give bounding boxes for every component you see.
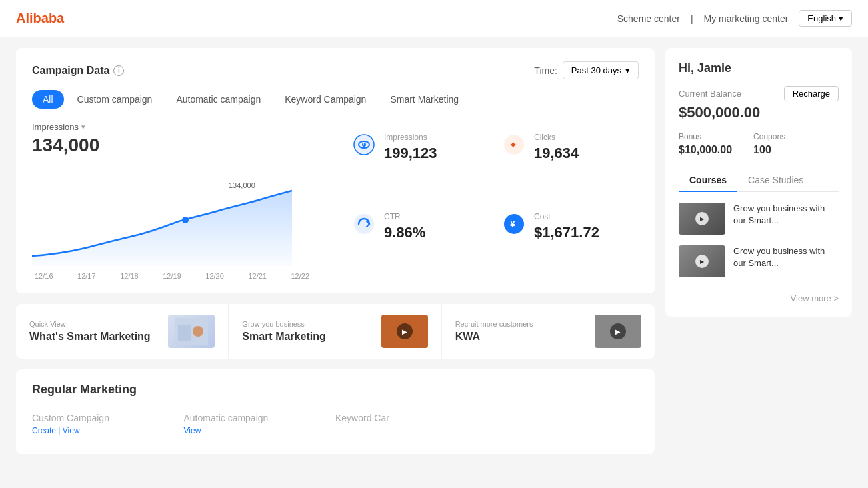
stat-clicks: ✦ Clicks 19,634 xyxy=(489,122,639,201)
quick-thumb-2: ▶ xyxy=(381,315,428,348)
regular-auto-links[interactable]: View xyxy=(184,426,336,435)
svg-rect-13 xyxy=(178,325,191,341)
course-play-icon-2: ▶ xyxy=(695,255,709,268)
regular-marketing-title: Regular Marketing xyxy=(32,383,639,397)
clicks-value: 19,634 xyxy=(534,145,625,162)
regular-item-custom: Custom Campaign Create | View xyxy=(32,407,184,441)
regular-marketing-section: Regular Marketing Custom Campaign Create… xyxy=(16,369,655,454)
course-text-2: Grow you business with our Smart... xyxy=(733,245,839,277)
quick-view-label-2: Grow you business xyxy=(242,320,325,328)
regular-item-auto: Automatic campaign View xyxy=(184,407,336,441)
stat-ctr: CTR 9.86% xyxy=(339,201,489,281)
impressions-value: 199,123 xyxy=(384,145,475,162)
campaign-data-card: Campaign Data i Time: Past 30 days ▾ All… xyxy=(16,48,655,293)
right-card: Hi, Jamie Current Balance Recharge $500,… xyxy=(665,48,852,317)
svg-text:134,000: 134,000 xyxy=(229,181,255,189)
quick-card-title-3: KWA xyxy=(455,331,533,343)
svg-point-8 xyxy=(354,214,374,234)
svg-text:✦: ✦ xyxy=(509,139,517,151)
clicks-icon: ✦ xyxy=(502,133,526,157)
svg-point-12 xyxy=(193,326,203,337)
my-marketing-center-link[interactable]: My marketing center xyxy=(704,13,789,24)
card-title-text: Campaign Data xyxy=(32,65,109,77)
quick-thumb-1 xyxy=(168,315,215,348)
tab-courses[interactable]: Courses xyxy=(679,169,737,192)
regular-custom-label: Custom Campaign xyxy=(32,413,184,423)
play-icon-3: ▶ xyxy=(610,323,626,339)
quick-card-business[interactable]: Grow you business Smart Marketing ▶ xyxy=(229,304,441,359)
quick-thumb-3: ▶ xyxy=(595,315,641,348)
course-item-2[interactable]: ▶ Grow you business with our Smart... xyxy=(679,245,839,277)
regular-custom-links[interactable]: Create | View xyxy=(32,426,184,435)
chart-dates: 12/16 12/17 12/18 12/19 12/20 12/21 12/2… xyxy=(32,272,312,280)
coupons-value: 100 xyxy=(753,144,785,156)
chart-svg: 134,000 xyxy=(32,163,292,269)
right-tabs: Courses Case Studies xyxy=(679,169,839,192)
time-value: Past 30 days xyxy=(571,65,621,75)
regular-keyword-label: Keyword Car xyxy=(335,413,487,423)
ctr-value: 9.86% xyxy=(384,224,475,241)
nav-divider: | xyxy=(691,13,693,24)
tab-keyword-campaign[interactable]: Keyword Campaign xyxy=(274,90,377,109)
dropdown-chevron-icon: ▾ xyxy=(625,65,630,75)
quick-card-kwa[interactable]: Recruit more customers KWA ▶ xyxy=(442,304,655,359)
tab-custom-campaign[interactable]: Custom campaign xyxy=(67,90,163,109)
regular-marketing-row: Custom Campaign Create | View Automatic … xyxy=(32,407,639,441)
logo: Alibaba xyxy=(16,11,64,26)
balance-amount: $500,000.00 xyxy=(679,104,839,121)
course-thumb-1: ▶ xyxy=(679,203,725,235)
tab-case-studies[interactable]: Case Studies xyxy=(737,169,814,192)
cost-label: Cost xyxy=(534,212,625,221)
chevron-down-icon: ▾ xyxy=(839,13,843,23)
impressions-label: Impressions xyxy=(384,133,475,142)
coupons-item: Coupons 100 xyxy=(753,132,785,156)
chart-metric-label: Impressions ▾ xyxy=(32,122,312,132)
clicks-label: Clicks xyxy=(534,133,625,142)
course-thumb-2: ▶ xyxy=(679,245,725,277)
eye-icon xyxy=(352,133,376,157)
stat-cost: ¥ Cost $1,671.72 xyxy=(489,201,639,281)
time-dropdown[interactable]: Past 30 days ▾ xyxy=(563,61,639,79)
svg-text:¥: ¥ xyxy=(510,219,515,229)
tab-all[interactable]: All xyxy=(32,90,64,109)
cost-value: $1,671.72 xyxy=(534,224,625,241)
greeting: Hi, Jamie xyxy=(679,61,839,75)
course-text-1: Grow you business with our Smart... xyxy=(733,203,839,235)
chart-area: Impressions ▾ 134,000 xyxy=(32,122,312,280)
bonus-label: Bonus xyxy=(679,132,732,141)
course-item-1[interactable]: ▶ Grow you business with our Smart... xyxy=(679,203,839,235)
play-icon-2: ▶ xyxy=(397,323,413,339)
bonus-coupons: Bonus $10,000.00 Coupons 100 xyxy=(679,132,839,156)
coupons-label: Coupons xyxy=(753,132,785,141)
regular-item-keyword: Keyword Car xyxy=(335,407,487,441)
quick-cards: Quick View What's Smart Marketing Grow y… xyxy=(16,304,655,359)
top-nav: Scheme center | My marketing center Engl… xyxy=(617,10,852,27)
tab-smart-marketing[interactable]: Smart Marketing xyxy=(379,90,469,109)
stat-impressions: Impressions 199,123 xyxy=(339,122,489,201)
chart-metric-value: 134,000 xyxy=(32,135,312,156)
course-play-icon-1: ▶ xyxy=(695,212,709,225)
info-icon[interactable]: i xyxy=(113,65,124,76)
card-title: Campaign Data i xyxy=(32,65,124,77)
svg-point-5 xyxy=(363,143,364,145)
quick-view-label-3: Recruit more customers xyxy=(455,320,533,328)
svg-point-0 xyxy=(182,217,189,223)
ctr-icon xyxy=(352,212,376,236)
chart-dropdown-icon[interactable]: ▾ xyxy=(81,123,85,131)
quick-card-smart-marketing[interactable]: Quick View What's Smart Marketing xyxy=(16,304,229,359)
bonus-value: $10,000.00 xyxy=(679,144,732,156)
recharge-button[interactable]: Recharge xyxy=(784,86,839,101)
language-label: English xyxy=(807,13,836,23)
view-more[interactable]: View more > xyxy=(679,288,839,303)
quick-card-title-1: What's Smart Marketing xyxy=(29,331,151,343)
quick-view-label-1: Quick View xyxy=(29,320,151,328)
campaign-tabs: All Custom campaign Automatic campaign K… xyxy=(32,90,639,109)
balance-label: Current Balance xyxy=(679,89,741,99)
cost-icon: ¥ xyxy=(502,212,526,236)
scheme-center-link[interactable]: Scheme center xyxy=(617,13,680,24)
quick-card-title-2: Smart Marketing xyxy=(242,331,325,343)
tab-automatic-campaign[interactable]: Automatic campaign xyxy=(165,90,271,109)
ctr-label: CTR xyxy=(384,212,475,221)
stats-grid: Impressions 199,123 ✦ Cl xyxy=(312,122,639,280)
language-button[interactable]: English ▾ xyxy=(799,10,852,27)
